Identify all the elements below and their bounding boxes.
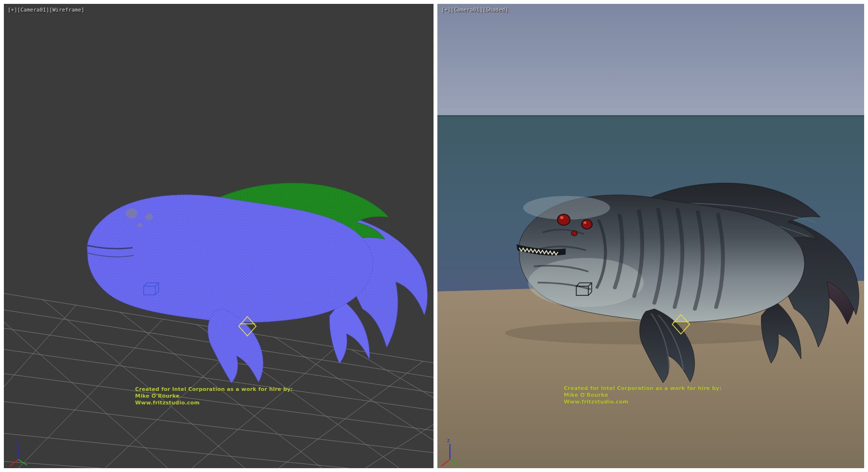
fish-wireframe[interactable] <box>86 183 427 383</box>
axis-z-label: z <box>447 438 449 443</box>
fish-eye <box>582 220 592 229</box>
sky <box>437 4 864 116</box>
eye-glint <box>560 216 564 219</box>
watermark-line: Mike O'Rourke <box>564 392 721 399</box>
eye-spot <box>137 223 142 227</box>
fish-eye <box>557 214 570 225</box>
eye-glint <box>583 222 586 224</box>
viewport-label-shaded[interactable]: [+][Camera01][Shaded] <box>441 7 508 13</box>
eye-spot <box>126 208 137 218</box>
watermark-text: Created for Intel Corporation as a work … <box>564 385 721 405</box>
eye-spot <box>145 213 153 220</box>
watermark-text: Created for Intel Corporation as a work … <box>135 386 293 406</box>
dual-viewport-area: z [+][Camera01][Wireframe] Created for I… <box>0 0 868 472</box>
watermark-line: Created for Intel Corporation as a work … <box>135 386 293 393</box>
watermark-line: Mike O'Rourke <box>135 393 293 400</box>
watermark-line: Created for Intel Corporation as a work … <box>564 385 721 392</box>
axis-z-label: z <box>15 438 18 443</box>
fish-eye <box>571 231 577 236</box>
axis-x <box>10 459 18 466</box>
watermark-line: Www.fritzstudio.com <box>564 399 721 405</box>
viewport-wireframe[interactable]: z [+][Camera01][Wireframe] Created for I… <box>4 4 434 468</box>
watermark-line: Www.fritzstudio.com <box>135 400 293 406</box>
viewport-label-wireframe[interactable]: [+][Camera01][Wireframe] <box>8 7 84 13</box>
tail-lower-lobe[interactable] <box>330 300 369 363</box>
viewport-shaded[interactable]: z [+][Camera01][Shaded] Created for Inte… <box>437 4 864 468</box>
